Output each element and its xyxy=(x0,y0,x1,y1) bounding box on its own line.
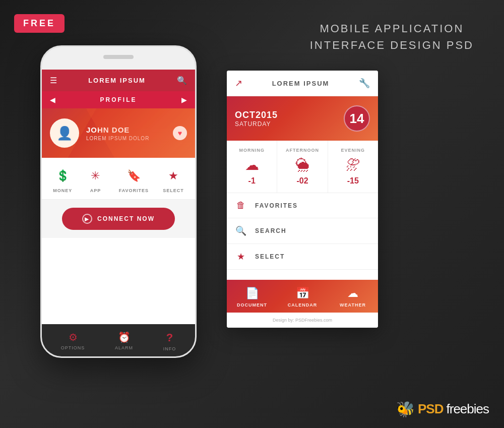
polygon-bg xyxy=(42,108,195,158)
phone-speaker xyxy=(103,55,134,59)
select-list-icon: ★ xyxy=(235,251,247,262)
flat-date-number: 14 xyxy=(344,105,370,132)
search-list-icon: 🔍 xyxy=(235,225,247,236)
flat-date-day: SATURDAY xyxy=(235,120,278,128)
phone-profile-section: 👤 JOHN DOE LOREM IPSUM DOLOR ♥ xyxy=(42,108,195,158)
flat-header: ↗ LOREM IPSUM 🔧 xyxy=(227,71,378,96)
menu-item-money[interactable]: 💲 MONEY xyxy=(53,167,72,193)
phone-screen: ☰ LOREM IPSUM 🔍 ◀ PROFILE ▶ 👤 JOHN DOE L… xyxy=(42,70,195,356)
document-icon: 📄 xyxy=(245,287,259,300)
app-icon: ✳ xyxy=(86,167,104,185)
info-icon: ? xyxy=(166,331,173,344)
weather-tab-icon: ☁ xyxy=(347,287,358,300)
weather-evening-temp: -15 xyxy=(347,176,359,186)
phone-menu: 💲 MONEY ✳ APP 🔖 FAVORITES ★ SELECT xyxy=(42,158,195,200)
phone-header-title: LOREM IPSUM xyxy=(88,77,146,84)
bottom-label-options: OPTIONS xyxy=(61,345,85,350)
flat-weather-section: MORNING ☁ -1 AFTERNOON 🌦 -02 EVENING ⛈ -… xyxy=(227,141,378,193)
bee-icon: 🐝 xyxy=(396,400,415,418)
menu-label-money: MONEY xyxy=(53,188,72,193)
wrench-icon[interactable]: 🔧 xyxy=(359,78,370,89)
weather-afternoon-label: AFTERNOON xyxy=(286,148,319,153)
search-icon[interactable]: 🔍 xyxy=(177,76,187,85)
tab-weather[interactable]: ☁ WEATHER xyxy=(328,280,378,313)
flat-bottom-tabs: 📄 DOCUMENT 📅 CALENDAR ☁ WEATHER xyxy=(227,280,378,313)
alarm-icon: ⏰ xyxy=(118,331,131,343)
flat-menu-label-search: SEARCH xyxy=(255,227,287,234)
tab-document-label: DOCUMENT xyxy=(237,302,267,308)
phone-mockup: ☰ LOREM IPSUM 🔍 ◀ PROFILE ▶ 👤 JOHN DOE L… xyxy=(40,45,197,358)
flat-menu-label-favorites: FAVORITES xyxy=(255,202,298,209)
phone-connect-section: ▶ CONNECT NOW xyxy=(42,200,195,238)
tab-calendar[interactable]: 📅 CALENDAR xyxy=(277,280,328,313)
freebies-text: freebies xyxy=(447,401,489,417)
flat-menu-search[interactable]: 🔍 SEARCH xyxy=(227,218,378,244)
tab-calendar-label: CALENDAR xyxy=(288,302,318,308)
weather-morning-temp: -1 xyxy=(248,176,256,186)
weather-evening-label: EVENING xyxy=(341,148,365,153)
hamburger-icon[interactable]: ☰ xyxy=(50,76,57,85)
bottom-label-info: INFO xyxy=(163,346,176,351)
menu-item-favorites[interactable]: 🔖 FAVORITES xyxy=(119,167,149,193)
flat-screen: ↗ LOREM IPSUM 🔧 OCT2015 SATURDAY 14 MORN… xyxy=(227,71,378,328)
phone-bottom-nav: ⚙ OPTIONS ⏰ ALARM ? INFO xyxy=(42,324,195,356)
bottom-item-alarm[interactable]: ⏰ ALARM xyxy=(115,331,133,351)
calendar-icon: 📅 xyxy=(296,287,309,300)
menu-item-app[interactable]: ✳ APP xyxy=(86,167,104,193)
options-icon: ⚙ xyxy=(69,331,78,343)
weather-morning-icon: ☁ xyxy=(245,157,259,173)
flat-menu-label-select: SELECT xyxy=(255,253,285,260)
flat-header-title: LOREM IPSUM xyxy=(272,80,330,87)
flat-menu-select[interactable]: ★ SELECT xyxy=(227,244,378,270)
weather-morning-label: MORNING xyxy=(239,148,265,153)
weather-afternoon-temp: -02 xyxy=(296,176,308,186)
weather-evening-icon: ⛈ xyxy=(346,157,360,173)
bottom-item-info[interactable]: ? INFO xyxy=(163,331,176,351)
psdfreebies-logo: 🐝 PSD freebies xyxy=(396,400,489,418)
flat-menu-favorites[interactable]: 🗑 FAVORITES xyxy=(227,193,378,218)
favorites-list-icon: 🗑 xyxy=(235,200,247,211)
footer-text: Design by: PSDFreebies.com xyxy=(273,318,332,323)
flat-footer: Design by: PSDFreebies.com xyxy=(227,313,378,328)
bottom-item-options[interactable]: ⚙ OPTIONS xyxy=(61,331,85,351)
phone-header: ☰ LOREM IPSUM 🔍 xyxy=(42,70,195,91)
connect-btn-label: CONNECT NOW xyxy=(97,215,155,222)
menu-item-select[interactable]: ★ SELECT xyxy=(163,167,184,193)
weather-morning: MORNING ☁ -1 xyxy=(227,141,277,193)
weather-evening: EVENING ⛈ -15 xyxy=(328,141,378,193)
page-title: MOBILE APPLICATION INTERFACE DESIGN PSD xyxy=(310,20,474,53)
flat-date-text: OCT2015 SATURDAY xyxy=(235,110,278,128)
select-icon: ★ xyxy=(164,167,182,185)
weather-afternoon-icon: 🌦 xyxy=(295,157,309,173)
tab-weather-label: WEATHER xyxy=(340,302,366,308)
play-icon: ▶ xyxy=(82,214,92,224)
flat-date-section: OCT2015 SATURDAY 14 xyxy=(227,96,378,141)
free-badge: FREE xyxy=(14,14,65,33)
phone-nav-title: PROFILE xyxy=(100,96,137,103)
menu-label-favorites: FAVORITES xyxy=(119,188,149,193)
prev-icon[interactable]: ◀ xyxy=(50,96,55,104)
menu-label-select: SELECT xyxy=(163,188,184,193)
favorites-icon: 🔖 xyxy=(124,167,143,185)
bottom-label-alarm: ALARM xyxy=(115,345,133,350)
phone-nav: ◀ PROFILE ▶ xyxy=(42,91,195,108)
tab-document[interactable]: 📄 DOCUMENT xyxy=(227,280,277,313)
menu-label-app: APP xyxy=(90,188,101,193)
connect-button[interactable]: ▶ CONNECT NOW xyxy=(62,208,175,230)
money-icon: 💲 xyxy=(53,167,72,185)
weather-afternoon: AFTERNOON 🌦 -02 xyxy=(277,141,328,193)
flat-date-month: OCT2015 xyxy=(235,110,278,120)
share-icon[interactable]: ↗ xyxy=(235,78,242,89)
psd-text: PSD xyxy=(418,401,443,417)
next-icon[interactable]: ▶ xyxy=(181,96,187,104)
